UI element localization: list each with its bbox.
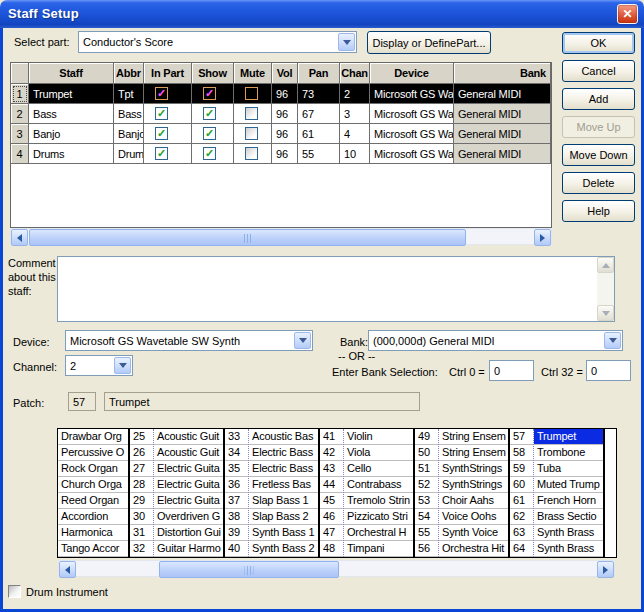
show-checkbox[interactable]: ✓ bbox=[192, 124, 234, 144]
bank-cell[interactable]: General MIDI bbox=[454, 124, 551, 144]
patch-name-cell[interactable]: Tango Accor bbox=[58, 541, 128, 557]
vol-cell[interactable]: 96 bbox=[272, 144, 298, 164]
patch-number-cell[interactable]: 62 bbox=[510, 509, 533, 525]
patch-number-cell[interactable]: 25 bbox=[130, 429, 153, 445]
row-number-cell[interactable]: 3 bbox=[11, 124, 29, 144]
patch-name-cell[interactable]: Synth Voice bbox=[439, 525, 508, 541]
comment-textarea[interactable] bbox=[57, 256, 615, 322]
row-number-cell[interactable]: 2 bbox=[11, 104, 29, 124]
patch-name-cell[interactable]: Harmonica bbox=[58, 525, 128, 541]
scroll-left-icon[interactable] bbox=[59, 561, 76, 578]
patch-name-cell[interactable]: Choir Aahs bbox=[439, 493, 508, 509]
chevron-down-icon[interactable] bbox=[114, 357, 131, 374]
column-header[interactable]: Vol bbox=[272, 63, 298, 84]
show-checkbox[interactable]: ✓ bbox=[192, 84, 234, 104]
patch-number-cell[interactable]: 59 bbox=[510, 461, 533, 477]
device-cell[interactable]: Microsoft GS Wa bbox=[370, 144, 454, 164]
patch-name-cell[interactable]: Electric Guita bbox=[154, 477, 223, 493]
patch-number-cell[interactable]: 56 bbox=[415, 541, 438, 557]
patch-name-cell[interactable]: Percussive O bbox=[58, 445, 128, 461]
patch-name-cell[interactable]: Pizzicato Stri bbox=[344, 509, 413, 525]
patch-number-cell[interactable]: 39 bbox=[225, 525, 248, 541]
drum-instrument-checkbox[interactable] bbox=[8, 585, 21, 598]
staff-row[interactable]: 4DrumsDrum✓✓✓965510Microsoft GS WaGenera… bbox=[11, 144, 551, 164]
patch-number-cell[interactable]: 43 bbox=[320, 461, 343, 477]
patch-number-cell[interactable]: 50 bbox=[415, 445, 438, 461]
patch-name-cell[interactable]: Voice Oohs bbox=[439, 509, 508, 525]
mute-checkbox[interactable]: ✓ bbox=[245, 107, 258, 120]
patch-number-cell[interactable]: 63 bbox=[510, 525, 533, 541]
staff-row[interactable]: 3BanjoBanjo✓✓✓96614Microsoft GS WaGenera… bbox=[11, 124, 551, 144]
staff-table-scroll-thumb[interactable] bbox=[29, 229, 466, 246]
patch-number-cell[interactable]: 54 bbox=[415, 509, 438, 525]
ctrl0-input[interactable] bbox=[489, 360, 534, 381]
patch-name-cell[interactable]: Synth Bass 2 bbox=[249, 541, 318, 557]
staff-row[interactable]: 1TrumpetTpt✓✓✓96732Microsoft GS WaGenera… bbox=[11, 84, 551, 104]
patch-name-cell[interactable]: Tremolo Strin bbox=[344, 493, 413, 509]
chevron-down-icon[interactable] bbox=[294, 332, 311, 349]
comment-vscrollbar[interactable] bbox=[597, 257, 614, 321]
patch-number-cell[interactable]: 34 bbox=[225, 445, 248, 461]
cancel-button[interactable]: Cancel bbox=[562, 60, 635, 82]
chevron-down-icon[interactable] bbox=[604, 332, 621, 349]
patch-name-cell[interactable]: Tuba bbox=[534, 461, 603, 477]
column-header[interactable]: Abbr bbox=[114, 63, 144, 84]
device-cell[interactable]: Microsoft GS Wa bbox=[370, 84, 454, 104]
patch-name-cell[interactable]: Contrabass bbox=[344, 477, 413, 493]
titlebar[interactable]: Staff Setup ✕ bbox=[0, 0, 644, 28]
inpart-checkbox[interactable]: ✓ bbox=[144, 124, 192, 144]
patch-number-cell[interactable]: 37 bbox=[225, 493, 248, 509]
mute-checkbox[interactable]: ✓ bbox=[234, 84, 272, 104]
pan-cell[interactable]: 73 bbox=[298, 84, 340, 104]
mute-checkbox[interactable]: ✓ bbox=[234, 104, 272, 124]
ctrl32-input[interactable] bbox=[586, 360, 631, 381]
patch-number-cell[interactable]: 46 bbox=[320, 509, 343, 525]
pan-cell[interactable]: 55 bbox=[298, 144, 340, 164]
inpart-checkbox[interactable]: ✓ bbox=[144, 144, 192, 164]
patch-number-cell[interactable]: 60 bbox=[510, 477, 533, 493]
patch-name-cell[interactable]: Slap Bass 2 bbox=[249, 509, 318, 525]
patch-number-cell[interactable]: 61 bbox=[510, 493, 533, 509]
patch-name-cell[interactable]: Church Orga bbox=[58, 477, 128, 493]
patch-name-cell[interactable]: Distortion Gui bbox=[154, 525, 223, 541]
patch-number-cell[interactable]: 55 bbox=[415, 525, 438, 541]
patch-number-cell[interactable]: 27 bbox=[130, 461, 153, 477]
inpart-checkbox[interactable]: ✓ bbox=[155, 87, 168, 100]
patch-number-cell[interactable]: 41 bbox=[320, 429, 343, 445]
patch-name-cell[interactable]: Orchestra Hit bbox=[439, 541, 508, 557]
inpart-checkbox[interactable]: ✓ bbox=[155, 107, 168, 120]
patch-number-cell[interactable]: 64 bbox=[510, 541, 533, 557]
patch-number-cell[interactable]: 26 bbox=[130, 445, 153, 461]
patch-number-cell[interactable]: 32 bbox=[130, 541, 153, 557]
patch-number-cell[interactable]: 57 bbox=[510, 429, 533, 445]
chan-cell[interactable]: 4 bbox=[340, 124, 370, 144]
patch-name-cell[interactable]: Electric Bass bbox=[249, 445, 318, 461]
staff-table-hscrollbar[interactable] bbox=[10, 228, 552, 245]
column-header[interactable] bbox=[11, 63, 29, 84]
pan-cell[interactable]: 67 bbox=[298, 104, 340, 124]
patch-number-cell[interactable]: 42 bbox=[320, 445, 343, 461]
abbr-cell[interactable]: Drum bbox=[114, 144, 144, 164]
add-button[interactable]: Add bbox=[562, 88, 635, 110]
show-checkbox[interactable]: ✓ bbox=[192, 144, 234, 164]
bank-cell[interactable]: General MIDI bbox=[454, 144, 551, 164]
row-number-cell[interactable]: 1 bbox=[11, 84, 29, 104]
patch-name-cell[interactable]: Guitar Harmo bbox=[154, 541, 223, 557]
inpart-checkbox[interactable]: ✓ bbox=[155, 127, 168, 140]
device-cell[interactable]: Microsoft GS Wa bbox=[370, 104, 454, 124]
patch-name-cell[interactable]: SynthStrings bbox=[439, 477, 508, 493]
show-checkbox[interactable]: ✓ bbox=[203, 127, 216, 140]
patch-number-cell[interactable]: 33 bbox=[225, 429, 248, 445]
vol-cell[interactable]: 96 bbox=[272, 84, 298, 104]
patch-number-cell[interactable]: 35 bbox=[225, 461, 248, 477]
patch-name-cell[interactable]: Reed Organ bbox=[58, 493, 128, 509]
abbr-cell[interactable]: Tpt bbox=[114, 84, 144, 104]
patch-name-cell[interactable]: Trumpet bbox=[534, 429, 603, 445]
scroll-up-icon[interactable] bbox=[597, 257, 614, 273]
patch-number-cell[interactable]: 48 bbox=[320, 541, 343, 557]
chan-cell[interactable]: 2 bbox=[340, 84, 370, 104]
patch-name-cell[interactable]: Electric Guita bbox=[154, 461, 223, 477]
mute-checkbox[interactable]: ✓ bbox=[234, 124, 272, 144]
close-button[interactable]: ✕ bbox=[617, 4, 638, 24]
scroll-right-icon[interactable] bbox=[597, 561, 614, 578]
